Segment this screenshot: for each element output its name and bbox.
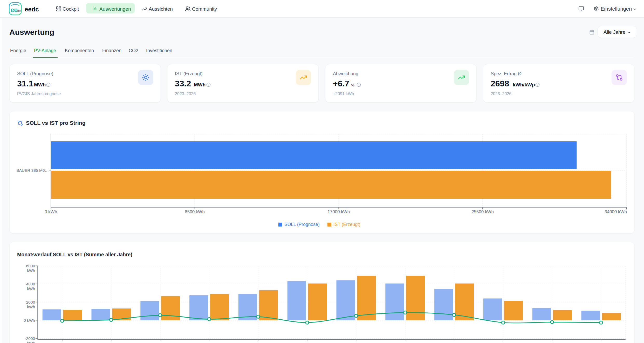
- svg-text:SOLL (Prognose): SOLL (Prognose): [284, 222, 320, 227]
- svg-text:IST (Erzeugt): IST (Erzeugt): [333, 222, 360, 227]
- svg-text:25500 kWh: 25500 kWh: [471, 209, 494, 214]
- svg-text:4000: 4000: [26, 282, 35, 286]
- svg-text:dc: dc: [17, 9, 21, 13]
- svg-text:8500 kWh: 8500 kWh: [185, 209, 205, 214]
- svg-text:0 kWh: 0 kWh: [45, 209, 57, 214]
- svg-text:kWh: kWh: [27, 286, 35, 291]
- svg-text:-2000: -2000: [25, 336, 35, 341]
- svg-text:kWh: kWh: [27, 268, 35, 273]
- svg-text:kWh: kWh: [27, 341, 35, 343]
- svg-text:34000 kWh: 34000 kWh: [605, 209, 627, 214]
- svg-text:17000 kWh: 17000 kWh: [327, 209, 350, 214]
- svg-text:0 kWh: 0 kWh: [24, 318, 35, 323]
- svg-text:6000: 6000: [26, 264, 35, 268]
- svg-text:2000: 2000: [26, 300, 35, 304]
- svg-text:ee: ee: [10, 6, 18, 13]
- svg-text:kWh: kWh: [27, 305, 35, 309]
- svg-text:BAUER 385 M6…: BAUER 385 M6…: [16, 168, 49, 173]
